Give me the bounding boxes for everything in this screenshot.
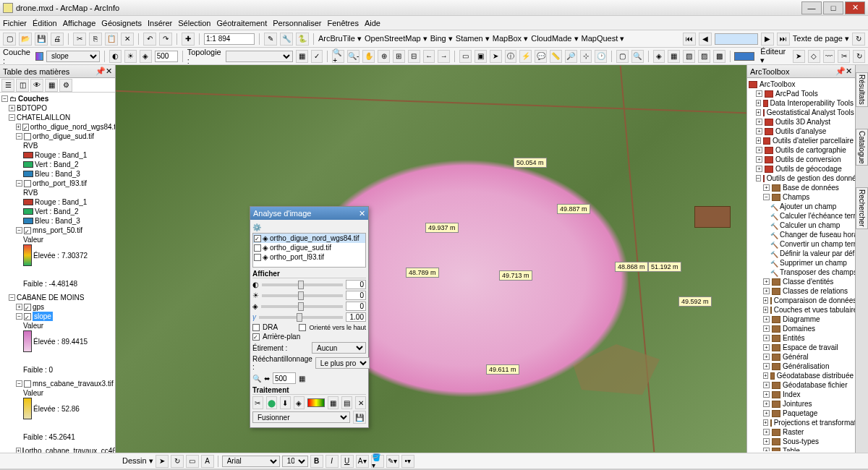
toolset-item[interactable]: Diagramme — [783, 315, 820, 324]
layer-mns-cabane[interactable]: mns_cabane_travaux3.tif — [33, 379, 114, 388]
difference-icon[interactable]: ◈ — [294, 396, 305, 409]
oriente-checkbox[interactable]: Orienté vers le haut — [309, 324, 366, 331]
tool-item[interactable]: Changer de fuseau horaire — [780, 230, 855, 239]
zoom-in-icon[interactable]: 🔍+ — [332, 50, 344, 63]
node-data-mgmt[interactable]: Outils de gestion des données — [767, 174, 855, 183]
toolbox-node[interactable]: Outils d'analyse — [775, 127, 826, 136]
georef-tool2-icon[interactable]: ▦ — [668, 50, 680, 63]
swipe-icon[interactable]: ⬌ — [264, 375, 270, 383]
time-slider-icon[interactable]: 🕑 — [595, 50, 607, 63]
menu-aide[interactable]: Aide — [365, 19, 380, 27]
layer-ortho-digue-sud[interactable]: ortho_digue_sud.tif — [33, 132, 94, 141]
menu-edition[interactable]: Édition — [33, 19, 57, 27]
close-button[interactable]: ✕ — [845, 1, 865, 14]
dra-checkbox[interactable]: DRA — [263, 323, 278, 331]
clip-icon[interactable]: ✂ — [252, 396, 263, 409]
add-data-icon[interactable]: ✚ — [182, 33, 195, 46]
toolbox-node[interactable]: Outils de conversion — [775, 155, 841, 164]
cut-polygon-icon[interactable]: ✂ — [838, 50, 850, 63]
arcbrutile-menu[interactable]: ArcBruTile ▾ — [318, 34, 362, 43]
underline-icon[interactable]: U — [341, 455, 354, 468]
ia-item-1[interactable]: ortho_digue_nord_wgs84.tif — [270, 234, 359, 242]
undo-icon[interactable]: ↶ — [143, 33, 156, 46]
brightness-icon[interactable]: ☀ — [124, 50, 137, 63]
tab-rechercher[interactable]: Rechercher — [856, 187, 868, 229]
ia-layer-list[interactable]: ◈ ortho_digue_nord_wgs84.tif ◈ ortho_dig… — [252, 233, 366, 268]
toolset-item[interactable]: Projections et transformations — [774, 418, 855, 427]
texte-page-menu[interactable]: Texte de page ▾ — [793, 34, 849, 43]
draw-rotate-icon[interactable]: ↻ — [171, 455, 184, 468]
tool-item[interactable]: Définir la valeur par défaut — [780, 249, 855, 258]
toolset-item[interactable]: Raster — [783, 427, 804, 437]
toolset-item[interactable]: Couches et vues tabulaires — [774, 305, 855, 315]
topology-validate-icon[interactable]: ✓ — [311, 50, 323, 63]
toolbox-pin-icon[interactable]: 📌 — [835, 67, 846, 76]
scale-input[interactable] — [204, 33, 255, 45]
menu-geosignets[interactable]: Géosignets — [101, 19, 142, 27]
new-icon[interactable]: ▢ — [3, 33, 16, 46]
filter-icon[interactable]: ▤ — [341, 396, 352, 409]
effects-size[interactable] — [155, 51, 178, 62]
layer-slope[interactable]: slope — [33, 312, 53, 321]
gamma-value[interactable]: 1.00 — [346, 312, 366, 322]
georef-tool4-icon[interactable]: ▨ — [698, 50, 710, 63]
nav-first-icon[interactable]: ⏮ — [683, 33, 696, 46]
toc-list-by-source-icon[interactable]: ◫ — [16, 79, 29, 92]
toolbox-node[interactable]: Outils 3D Analyst — [775, 117, 830, 127]
toolbox-node[interactable]: Data Interoperability Tools — [770, 98, 854, 108]
fusionner-select[interactable]: Fusionner — [252, 411, 350, 423]
magnifier-icon[interactable]: 🔍 — [631, 50, 644, 63]
transparency-slider[interactable] — [261, 305, 343, 308]
contrast-slider[interactable] — [262, 283, 343, 286]
provider-stamen[interactable]: Stamen ▾ — [456, 34, 490, 43]
html-popup-icon[interactable]: 💬 — [535, 50, 547, 63]
font-color-icon[interactable]: A▾ — [356, 455, 369, 468]
edit-vertices-icon[interactable]: ◇ — [808, 50, 820, 63]
rotate-icon[interactable]: ↻ — [853, 50, 865, 63]
editeur-menu[interactable]: Éditeur ▾ — [760, 47, 790, 65]
hyperlink-icon[interactable]: ⚡ — [519, 50, 532, 63]
toc-pin-icon[interactable]: 📌 — [95, 67, 106, 76]
fixed-zoom-out-icon[interactable]: ⊟ — [408, 50, 420, 63]
toc-list-by-visibility-icon[interactable]: 👁 — [30, 79, 43, 92]
fontsize-select[interactable]: 10 — [282, 456, 308, 467]
menu-geotraitement[interactable]: Géotraitement — [217, 19, 268, 27]
group-bdtopo[interactable]: BDTOPO — [17, 103, 47, 113]
open-icon[interactable]: 📂 — [19, 33, 32, 46]
cut-icon[interactable]: ✂ — [73, 33, 86, 46]
colormap-icon[interactable] — [307, 398, 326, 407]
toc-tree[interactable]: −🗀 Couches +BDTOPO −CHATELAILLON +ortho_… — [0, 93, 115, 453]
export-icon[interactable]: 💾 — [353, 411, 366, 424]
menu-fenetres[interactable]: Fenêtres — [327, 19, 358, 27]
provider-bing[interactable]: Bing ▾ — [430, 34, 453, 43]
draw-rect-icon[interactable]: ▭ — [186, 455, 199, 468]
image-analysis-panel[interactable]: Analyse d'image ✕ ⚙️ ◈ ortho_digue_nord_… — [250, 206, 369, 428]
toc-list-by-drawing-icon[interactable]: ☰ — [1, 79, 14, 92]
fixed-zoom-in-icon[interactable]: ⊞ — [393, 50, 405, 63]
page-input[interactable] — [715, 33, 758, 45]
line-color-icon[interactable]: ✎▾ — [386, 455, 399, 468]
tool-item[interactable]: Supprimer un champ — [780, 258, 847, 268]
reshape-icon[interactable]: 〰 — [823, 50, 835, 63]
forward-extent-icon[interactable]: → — [438, 50, 450, 63]
contrast-value[interactable]: 0 — [346, 280, 366, 289]
paste-icon[interactable]: 📋 — [105, 33, 118, 46]
toolset-item[interactable]: Paquetage — [783, 409, 817, 418]
xy-icon[interactable]: ⊹ — [580, 50, 592, 63]
fill-color-swatch[interactable] — [734, 52, 754, 61]
toolset-item[interactable]: Comparaison de données — [774, 296, 855, 305]
toolset-item[interactable]: Jointures — [783, 399, 812, 409]
toolbox-tree[interactable]: ArcToolbox +ArcPad Tools+Data Interopera… — [747, 78, 855, 451]
resample-select[interactable]: Le plus proche — [315, 357, 370, 369]
toolbox-node[interactable]: Outils d'atelier parcellaire — [773, 136, 854, 145]
tool-item[interactable]: Transposer des champs — [780, 268, 855, 277]
mosaic-icon[interactable]: ▦ — [328, 396, 339, 409]
minimize-button[interactable]: — — [801, 1, 822, 14]
select-icon[interactable]: ▭ — [459, 50, 472, 63]
nav-last-icon[interactable]: ⏭ — [777, 33, 790, 46]
zoom-raster-icon[interactable]: 🔍 — [252, 375, 261, 383]
toolset-item[interactable]: Généralisation — [783, 362, 829, 371]
toc-list-by-selection-icon[interactable]: ▦ — [45, 79, 58, 92]
toolbox-node[interactable]: Outils de géocodage — [775, 164, 842, 174]
toolset-item[interactable]: Domaines — [783, 324, 815, 333]
